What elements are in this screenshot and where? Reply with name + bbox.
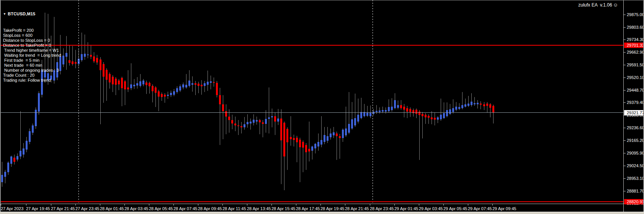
current-price-badge: 29321.77 xyxy=(624,110,644,115)
time-tick-mark xyxy=(26,204,26,206)
candle-bull xyxy=(87,54,89,55)
candle-bull xyxy=(133,85,135,86)
price-tick-label: 29448.70 xyxy=(627,88,644,92)
candle-bull xyxy=(461,105,463,108)
price-tick-mark xyxy=(624,140,626,141)
candle-bull xyxy=(446,110,448,116)
candle-bull xyxy=(345,128,347,136)
time-tick-label: 28 Apr 15:45 xyxy=(271,206,295,211)
candle-bull xyxy=(477,103,479,104)
time-tick-mark xyxy=(296,204,296,206)
time-tick-label: 29 Apr 07:45 xyxy=(468,206,492,211)
candle-bear xyxy=(293,138,295,140)
price-tick-mark xyxy=(624,178,626,179)
time-tick-mark xyxy=(247,204,247,206)
candle-bear xyxy=(100,59,101,70)
candlestick-canvas[interactable] xyxy=(0,0,623,204)
time-tick-label: 27 Apr 19:45 xyxy=(26,206,50,211)
ea-watermark: zulufx EA v.1.06☺ xyxy=(578,2,618,8)
window-top-edge xyxy=(0,0,644,0)
candle-bull xyxy=(7,163,9,172)
time-tick-mark xyxy=(394,204,395,206)
price-tick-mark xyxy=(624,52,626,53)
chart-plot-area[interactable]: ▼BTCUSD,M15 TakeProfit = 200StopLoss = 6… xyxy=(0,0,623,204)
candle-bear xyxy=(118,81,120,84)
price-axis[interactable]: 29875.0029803.6029734.3029662.9029591.50… xyxy=(623,0,644,212)
time-axis[interactable]: 27 Apr 202327 Apr 19:4527 Apr 21:4527 Ap… xyxy=(0,204,623,212)
time-tick-mark xyxy=(419,204,419,206)
candle-bear xyxy=(339,136,341,138)
candle-bull xyxy=(256,120,258,122)
price-tick-label: 29024.50 xyxy=(627,163,644,168)
time-tick-label: 28 Apr 03:45 xyxy=(124,206,148,211)
candle-bull xyxy=(38,93,40,112)
candle-bull xyxy=(474,103,476,104)
time-tick-mark xyxy=(345,204,345,206)
price-tick-label: 29734.30 xyxy=(627,37,644,42)
candle-bear xyxy=(158,91,160,97)
smiley-icon: ☺ xyxy=(613,2,618,8)
candle-bear xyxy=(96,58,98,63)
candle-bear xyxy=(308,149,310,151)
candle-bear xyxy=(434,118,436,120)
candle-bull xyxy=(139,81,141,86)
time-tick-label: 27 Apr 2023 xyxy=(1,206,23,211)
price-tick-mark xyxy=(624,166,626,166)
candle-bull xyxy=(265,119,267,124)
candle-bull xyxy=(268,117,270,119)
candle-bear xyxy=(75,62,77,64)
candle-bull xyxy=(437,117,439,120)
candle-bull xyxy=(320,140,322,145)
time-tick-mark xyxy=(198,204,198,206)
candle-bull xyxy=(394,100,396,108)
candle-bear xyxy=(225,111,227,117)
candle-bear xyxy=(480,104,482,105)
candle-bear xyxy=(234,123,236,126)
candle-bear xyxy=(198,84,199,86)
candle-bull xyxy=(388,107,390,111)
candle-bear xyxy=(161,94,163,97)
candle-bull xyxy=(32,125,34,133)
candle-bear xyxy=(403,107,405,110)
ea-parameter-line: Trade Count : 20 xyxy=(3,73,61,78)
candle-bull xyxy=(458,107,460,109)
time-tick-label: 29 Apr 05:45 xyxy=(443,206,467,211)
candle-bull xyxy=(62,56,64,64)
candle-bull xyxy=(136,83,138,86)
collapse-triangle-icon[interactable]: ▼ xyxy=(3,12,6,16)
order-price-badge: 28820.91 xyxy=(624,199,644,204)
candle-bear xyxy=(283,123,285,156)
candle-bull xyxy=(4,172,6,177)
price-tick-mark xyxy=(624,153,626,153)
candle-bull xyxy=(330,133,332,138)
time-tick-label: 28 Apr 09:45 xyxy=(198,206,222,211)
time-tick-label: 28 Apr 11:45 xyxy=(222,206,246,211)
candle-bull xyxy=(26,141,28,150)
price-tick-label: 29236.60 xyxy=(627,125,644,130)
candle-bull xyxy=(23,148,25,155)
ea-parameter-line: Next trade = 60 min xyxy=(3,63,61,68)
candle-bull xyxy=(342,130,344,138)
ea-parameter-line: TakeProfit = 200 xyxy=(3,28,61,33)
candle-bull xyxy=(311,147,313,151)
candle-bear xyxy=(121,78,123,88)
price-tick-mark xyxy=(624,191,626,191)
candle-bull xyxy=(182,84,184,87)
ea-parameter-line: First trade = 5 min xyxy=(3,58,61,63)
candle-bull xyxy=(277,119,279,122)
candle-bull xyxy=(314,144,316,148)
candle-bull xyxy=(188,81,190,86)
candle-bull xyxy=(173,91,175,95)
candle-bear xyxy=(149,83,150,86)
candle-bull xyxy=(207,82,209,84)
candle-bull xyxy=(29,131,31,142)
candle-bull xyxy=(348,124,350,133)
candle-bear xyxy=(124,81,126,89)
candle-bear xyxy=(428,116,430,118)
time-tick-mark xyxy=(149,204,149,206)
ea-status-overlay: ▼BTCUSD,M15 TakeProfit = 200StopLoss = 6… xyxy=(3,2,61,93)
candle-bear xyxy=(152,86,154,91)
ea-parameter-line: Waiting for trend = Long trend xyxy=(3,53,61,58)
ea-parameter-line: Trend higher timeframe = W1 xyxy=(3,48,61,53)
time-tick-label: 27 Apr 21:45 xyxy=(51,206,75,211)
